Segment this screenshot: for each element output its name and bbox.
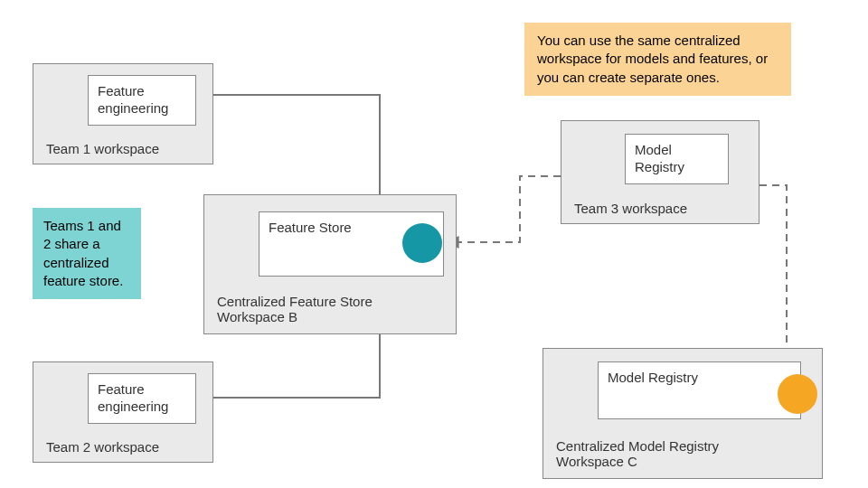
model-registry-inner-box: Model Registry: [598, 361, 801, 419]
feature-store-inner-label: Feature Store: [269, 220, 352, 235]
note-teal-text: Teams 1 and 2 share a centralized featur…: [43, 218, 123, 288]
team1-inner-box: Feature engineering: [88, 75, 196, 126]
feature-store-label: Centralized Feature Store Workspace B: [217, 294, 443, 324]
team2-workspace-box: Feature engineering Team 2 workspace: [33, 361, 213, 463]
team2-inner-box: Feature engineering: [88, 373, 196, 424]
note-orange: You can use the same centralized workspa…: [524, 23, 791, 96]
team1-workspace-box: Feature engineering Team 1 workspace: [33, 63, 213, 164]
arrow-team3-to-featurestore: [448, 176, 561, 242]
team2-inner-label: Feature engineering: [98, 381, 168, 414]
team2-label: Team 2 workspace: [46, 439, 200, 455]
team3-inner-label: Model Registry: [635, 142, 684, 174]
model-registry-workspace-box: Model Registry Centralized Model Registr…: [542, 348, 823, 479]
arrow-team1-to-featurestore: [194, 95, 380, 210]
model-registry-inner-label: Model Registry: [608, 370, 698, 385]
feature-store-workspace-box: Feature Store Centralized Feature Store …: [203, 194, 457, 334]
model-registry-circle-icon: [778, 374, 817, 414]
feature-store-circle-icon: [402, 223, 442, 263]
note-teal: Teams 1 and 2 share a centralized featur…: [33, 208, 141, 299]
team3-inner-box: Model Registry: [625, 134, 729, 184]
team1-inner-label: Feature engineering: [98, 83, 168, 116]
team3-label: Team 3 workspace: [574, 201, 746, 216]
team1-label: Team 1 workspace: [46, 141, 200, 156]
note-orange-text: You can use the same centralized workspa…: [537, 33, 768, 85]
team3-workspace-box: Model Registry Team 3 workspace: [561, 120, 760, 224]
model-registry-label: Centralized Model Registry Workspace C: [556, 438, 809, 469]
arrow-team3-to-modelregistry: [760, 185, 787, 369]
